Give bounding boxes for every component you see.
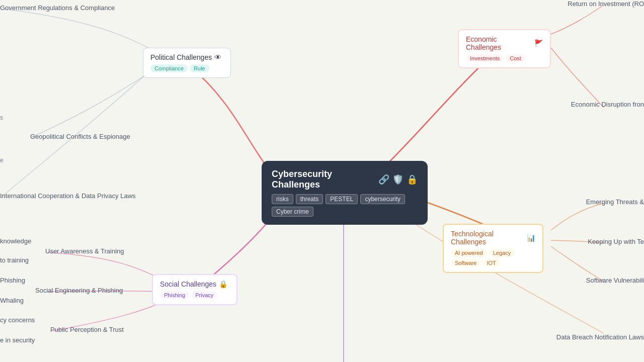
economic-tags: Investments Cost bbox=[466, 54, 543, 62]
social-node-title: Social Challenges 🔒 bbox=[160, 280, 229, 288]
central-node[interactable]: Cybersecurity Challenges 🔗 🛡️ 🔒 risks th… bbox=[262, 161, 428, 225]
central-node-title: Cybersecurity Challenges 🔗 🛡️ 🔒 bbox=[272, 169, 418, 190]
left-training: to training bbox=[0, 256, 29, 264]
left-insecurity: e in security bbox=[0, 336, 35, 344]
left-partial-s: s bbox=[0, 114, 3, 121]
econ-disrupt-node: Economic Disruption fron bbox=[571, 101, 644, 108]
left-privacy: cy concerns bbox=[0, 316, 35, 324]
databreach-node: Data Breach Notification Laws bbox=[556, 333, 644, 341]
tech-tags: AI powered Legacy Software IOT bbox=[451, 249, 535, 267]
tag-software: Software bbox=[451, 259, 480, 267]
tag-privacy: Privacy bbox=[191, 291, 217, 299]
user-awareness-node: User Awareness & Training bbox=[45, 247, 124, 255]
software-vuln-node: Software Vulnerabili bbox=[586, 277, 644, 284]
tag-phishing: Phishing bbox=[160, 291, 189, 299]
left-knowledge: knowledge bbox=[0, 237, 31, 245]
geo-conflict-node: Geopolitical Conflicts & Espionage bbox=[30, 133, 130, 140]
gov-regs-node: Government Regulations & Compliance bbox=[0, 4, 115, 12]
tag-threats: threats bbox=[296, 194, 324, 204]
link-icon: 🔗 bbox=[378, 174, 389, 185]
tag-compliance: Compliance bbox=[150, 64, 188, 72]
tag-ai-powered: AI powered bbox=[451, 249, 487, 257]
technological-challenges-node[interactable]: Technological Challenges 📊 AI powered Le… bbox=[443, 224, 543, 273]
social-challenges-node[interactable]: Social Challenges 🔒 Phishing Privacy bbox=[152, 274, 237, 305]
tag-cybercrime: Cyber crime bbox=[272, 207, 313, 217]
roi-node: Return on Investment (RO bbox=[568, 0, 644, 8]
tag-risks: risks bbox=[272, 194, 293, 204]
shield-icon: 🛡️ bbox=[392, 174, 404, 185]
economic-node-title: Economic Challenges 🚩 bbox=[466, 35, 543, 51]
keepup-node: Keeping Up with Te bbox=[588, 238, 644, 245]
intl-coop-node: International Cooperation & Data Privacy… bbox=[0, 192, 136, 200]
social-tags: Phishing Privacy bbox=[160, 291, 229, 299]
political-challenges-node[interactable]: Political Challenges 👁 Compliance Rule bbox=[143, 48, 231, 78]
tag-pestel: PESTEL bbox=[326, 194, 358, 204]
lock-icon-social: 🔒 bbox=[219, 280, 227, 288]
eye-icon: 👁 bbox=[214, 53, 221, 61]
tag-iot: IOT bbox=[482, 259, 500, 267]
central-tags: risks threats PESTEL cybersecurity Cyber… bbox=[272, 194, 418, 217]
tech-node-title: Technological Challenges 📊 bbox=[451, 230, 535, 246]
tag-investments: Investments bbox=[466, 54, 504, 62]
left-phishing: Phishing bbox=[0, 277, 25, 284]
tag-cybersecurity: cybersecurity bbox=[360, 194, 405, 204]
political-node-title: Political Challenges 👁 bbox=[150, 53, 223, 61]
political-tags: Compliance Rule bbox=[150, 64, 223, 72]
left-partial-e: e bbox=[0, 157, 4, 164]
tag-cost: Cost bbox=[506, 54, 525, 62]
tag-rule: Rule bbox=[190, 64, 209, 72]
emerging-threats-node: Emerging Threats & bbox=[586, 198, 644, 206]
flag-icon: 🚩 bbox=[534, 39, 543, 47]
public-percep-node: Public Perception & Trust bbox=[50, 326, 124, 333]
social-eng-node: Social Engineering & Phishing bbox=[35, 287, 123, 294]
economic-challenges-node[interactable]: Economic Challenges 🚩 Investments Cost bbox=[458, 29, 551, 68]
left-whaling: Whaling bbox=[0, 297, 24, 304]
tag-legacy: Legacy bbox=[489, 249, 515, 257]
chart-icon: 📊 bbox=[527, 234, 535, 242]
lock-icon: 🔒 bbox=[407, 174, 418, 185]
